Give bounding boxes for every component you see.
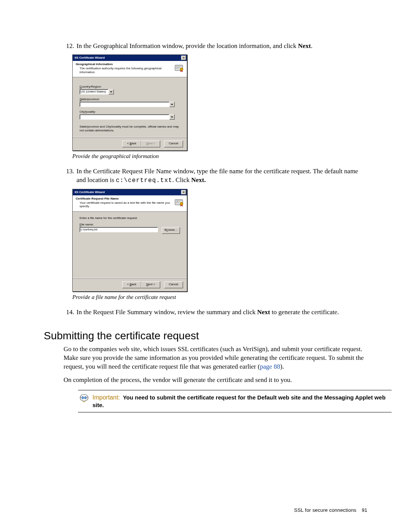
chevron-down-icon[interactable] [169, 114, 175, 120]
certificate-icon [175, 64, 184, 72]
close-icon[interactable]: × [181, 190, 186, 195]
cancel-button[interactable]: Cancel [164, 141, 183, 147]
wizard-subheading: Your certificate request is saved as a t… [76, 201, 172, 208]
step-text: In the Request File Summary window, revi… [76, 308, 367, 317]
next-button[interactable]: Next > [141, 141, 160, 147]
next-button[interactable]: Next > [141, 281, 160, 288]
wizard-subheading: The certification authority requires the… [76, 67, 172, 74]
wizard-title: IIS Certificate Wizard [75, 190, 105, 194]
wizard-instruction: Enter a file name for the certificate re… [80, 216, 180, 220]
step-text: In the Geographical Information window, … [76, 42, 367, 51]
svg-point-5 [82, 396, 84, 399]
section-paragraph: Go to the companies web site, which issu… [64, 345, 367, 371]
wizard-note: State/province and City/locality must be… [80, 125, 180, 133]
svg-point-6 [84, 396, 86, 399]
chevron-down-icon[interactable] [169, 102, 175, 107]
step-text: In the Certificate Request File Name win… [76, 167, 367, 185]
city-input[interactable] [80, 114, 175, 120]
country-select[interactable]: US (United States) [80, 89, 114, 94]
back-button[interactable]: < Back [122, 281, 141, 288]
wizard-certificate-request-file-name: IIS Certificate Wizard × Certificate Req… [72, 189, 187, 292]
svg-point-1 [180, 68, 183, 71]
chevron-down-icon[interactable] [108, 89, 114, 94]
section-heading: Submitting the certificate request [44, 330, 367, 342]
state-input[interactable] [80, 102, 175, 107]
step-number: 13. [63, 167, 76, 185]
wizard-heading: Geographical Information [76, 62, 172, 66]
important-text: You need to submit the certificate reque… [92, 394, 386, 409]
browse-button[interactable]: Browse... [162, 227, 180, 234]
figure-caption: Provide the geographical information [72, 153, 367, 160]
step-number: 14. [63, 308, 76, 317]
file-name-input[interactable]: c:\certreq.txt [80, 227, 158, 232]
page-link[interactable]: page 88 [260, 363, 280, 370]
close-icon[interactable]: × [181, 56, 186, 60]
page-footer: SSL for secure connections91 [294, 507, 367, 513]
country-label: Country/Region: [80, 85, 180, 88]
section-paragraph: On completion of the process, the vendor… [64, 376, 367, 385]
step-number: 12. [63, 42, 76, 51]
important-note: Important: You need to submit the certif… [78, 390, 392, 413]
certificate-icon [175, 198, 184, 207]
important-icon [79, 393, 89, 404]
wizard-geographical-information: IIS Certificate Wizard × Geographical In… [72, 54, 187, 151]
city-label: City/locality: [80, 110, 180, 113]
state-label: State/province: [80, 97, 180, 101]
figure-caption: Provide a file name for the certificate … [72, 294, 367, 300]
wizard-heading: Certificate Request File Name [76, 197, 172, 200]
back-button[interactable]: < Back [122, 141, 141, 147]
svg-point-3 [180, 202, 183, 205]
file-name-label: File name: [80, 223, 180, 226]
cancel-button[interactable]: Cancel [164, 281, 183, 288]
wizard-title: IIS Certificate Wizard [75, 56, 105, 59]
important-label: Important: [92, 394, 120, 401]
